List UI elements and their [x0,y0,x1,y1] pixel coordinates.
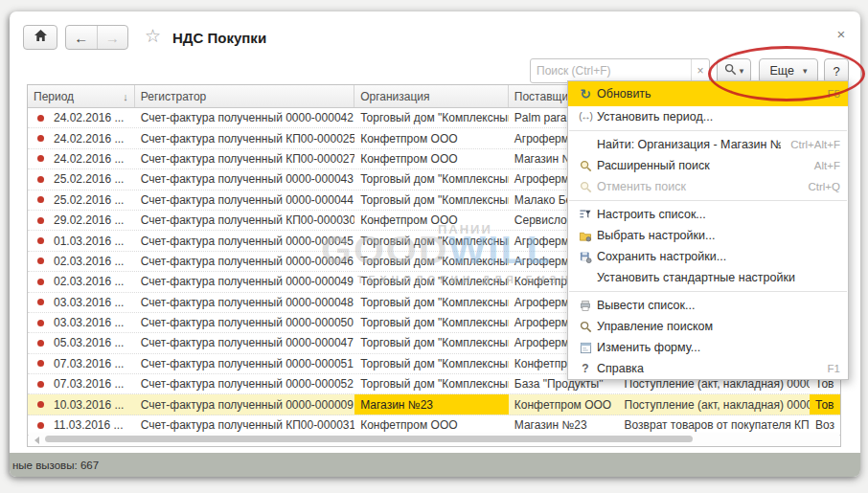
column-header[interactable]: Регистратор [135,85,354,107]
cell-document: Поступление (акт, накладная) 0000... [619,394,811,414]
more-button-label: Еще [770,64,794,78]
menu-item[interactable]: Сохранить настройки... [568,246,848,267]
cell-period: 05.03.2016 ... [28,333,135,352]
record-status-dot-icon [37,381,44,388]
cell-period: 10.03.2016 ... [28,394,135,414]
choose-settings-icon [574,230,597,242]
column-header[interactable]: Организация [354,85,509,107]
cell-period: 02.03.2016 ... [28,272,135,291]
cell-period: 03.03.2016 ... [28,293,135,312]
home-button[interactable] [23,25,57,50]
help-icon: ? [833,64,839,78]
menu-item-shortcut: F1 [828,363,840,374]
menu-item[interactable]: (↔) Установить период... [568,106,848,127]
cell-registrar: Счет-фактура полученный 0000-000042 ... [135,108,354,127]
column-header-label: Поставщик [514,90,574,103]
menu-item[interactable]: ↻ Обновить F5 [568,81,848,106]
cell-registrar: Счет-фактура полученный КП00-000027 ... [135,149,354,168]
menu-item[interactable]: ? Справка F1 [568,358,848,379]
close-button[interactable]: × [832,24,851,43]
record-status-dot-icon [37,135,44,142]
cell-supplier: Конфетпром ООО [509,394,619,414]
cell-organization: Торговый дом "Комплексный... [354,190,509,210]
cell-organization: Торговый дом "Комплексный... [354,108,509,127]
menu-item[interactable]: Установить стандартные настройки [568,267,848,288]
set-period-icon: (↔) [574,112,597,122]
menu-item[interactable]: Выбрать настройки... [568,225,848,246]
cell-registrar: Счет-фактура полученный КП00-000025 ... [135,128,354,147]
record-status-dot-icon [37,258,44,264]
menu-item-label: Найти: Организация - Магазин №23 [597,138,781,151]
cell-registrar: Счет-фактура полученный 0000-000048 ... [135,293,354,312]
menu-item-label: Управление поиском [597,320,713,333]
menu-item[interactable]: Найти: Организация - Магазин №23 Ctrl+Al… [568,134,848,155]
search-management-icon [574,321,597,333]
status-text: ные вызовы: 667 [12,459,99,471]
record-status-dot-icon [37,279,44,285]
menu-item[interactable]: Изменить форму... [568,337,848,358]
menu-item-label: Выбрать настройки... [597,229,715,242]
clear-search-button[interactable]: × [691,59,709,82]
clear-icon: × [697,64,703,78]
cell-period: 29.02.2016 ... [28,211,135,230]
cell-organization: Торговый дом "Комплексный... [354,272,509,291]
menu-item-shortcut: Ctrl+Q [808,181,840,192]
menu-item-label: Справка [597,362,644,375]
cell-period: 01.03.2016 ... [28,231,135,250]
menu-item-label: Отменить поиск [597,180,686,193]
configure-list-icon [574,209,597,221]
status-bar: ные вызовы: 667 [10,453,860,477]
scroll-left-arrow-icon[interactable] [34,437,39,444]
cell-organization: Конфетпром ООО [354,211,509,230]
menu-item[interactable]: Управление поиском [568,316,848,337]
cell-organization: Торговый дом "Комплексный... [354,333,509,352]
screenshot-page: ← → ☆ НДС Покупки × × ▾ Еще ▾ ? Период↓Р… [0,0,868,493]
menu-item-label: Сохранить настройки... [597,250,726,263]
forward-button[interactable]: → [97,26,128,49]
cell-period: 24.02.2016 ... [28,128,135,147]
record-status-dot-icon [37,217,44,224]
cell-organization: Торговый дом "Комплексный... [354,354,509,373]
more-dropdown-menu: ↻ Обновить F5 (↔) Установить период... Н… [567,80,849,380]
menu-item[interactable]: Вывести список... [568,295,848,316]
cell-registrar: Счет-фактура полученный 0000-000049 ... [135,272,354,291]
cell-period: 03.03.2016 ... [28,313,135,332]
back-button[interactable]: ← [66,26,97,49]
cell-registrar: Счет-фактура полученный 0000-000050 ... [135,313,354,332]
record-status-dot-icon [37,196,44,203]
cell-registrar: Счет-фактура полученный 0000-000045 ... [135,231,354,250]
cell-organization: Магазин №23 [354,394,509,414]
horizontal-scrollbar[interactable] [29,433,839,445]
print-list-icon [574,300,597,312]
cell-registrar: Счет-фактура полученный 0000-000051 ... [135,354,354,373]
scrollbar-thumb[interactable] [45,436,693,442]
column-header[interactable]: Период↓ [28,85,135,107]
help-icon: ? [574,363,597,374]
menu-item[interactable]: Настроить список... [568,204,848,225]
chevron-down-icon: ▾ [740,67,744,76]
favorite-star-icon[interactable]: ☆ [145,27,161,45]
cell-registrar: Счет-фактура полученный 0000-000009 ... [135,394,354,414]
menu-item: Отменить поиск Ctrl+Q [568,176,848,197]
menu-item-label: Установить период... [597,110,713,123]
menu-item-label: Вывести список... [597,299,695,312]
home-icon [34,29,48,46]
record-status-dot-icon [37,237,44,244]
menu-item-shortcut: Alt+F [814,160,840,171]
record-status-dot-icon [37,422,44,429]
cell-organization: Торговый дом "Комплексный... [354,293,509,312]
menu-separator [569,200,847,201]
menu-item[interactable]: Расширенный поиск Alt+F [568,155,848,176]
cell-period: 07.03.2016 ... [28,374,135,393]
refresh-icon: ↻ [574,87,597,101]
menu-separator [569,291,847,292]
sort-desc-icon: ↓ [123,91,128,102]
app-window: ← → ☆ НДС Покупки × × ▾ Еще ▾ ? Период↓Р… [10,11,860,477]
cell-organization: Конфетпром ООО [354,128,509,147]
cell-period: 24.02.2016 ... [28,149,135,168]
table-row[interactable]: 10.03.2016 ... Счет-фактура полученный 0… [28,394,840,415]
menu-item-label: Настроить список... [597,208,706,221]
search-input[interactable] [531,59,691,82]
back-icon: ← [74,30,88,46]
record-status-dot-icon [37,115,44,122]
